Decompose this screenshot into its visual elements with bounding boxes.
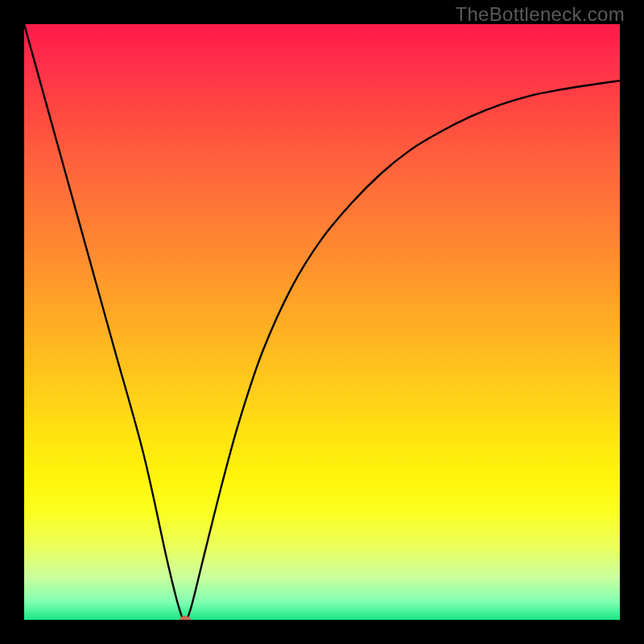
minimum-marker <box>180 616 191 620</box>
plot-area <box>24 24 620 620</box>
watermark-text: TheBottleneck.com <box>455 3 625 26</box>
bottleneck-curve <box>24 24 620 620</box>
curve-svg <box>24 24 620 620</box>
chart-frame: TheBottleneck.com <box>0 0 644 644</box>
